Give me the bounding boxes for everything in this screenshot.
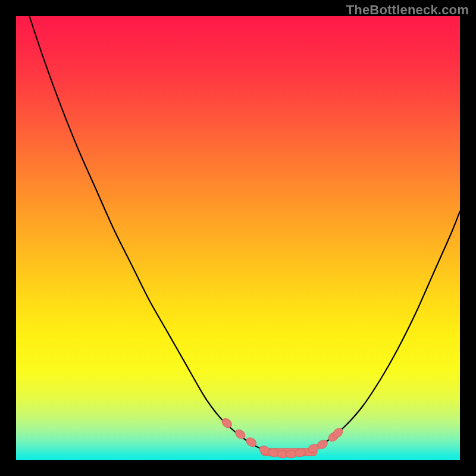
- watermark-label: TheBottleneck.com: [346, 2, 469, 18]
- chart-plot-area: [16, 16, 460, 460]
- bottleneck-curve: [16, 16, 460, 460]
- curve-path: [29, 16, 460, 455]
- basin-marker: [220, 416, 233, 430]
- chart-frame: TheBottleneck.com: [0, 0, 476, 476]
- basin-markers-group: [220, 416, 345, 458]
